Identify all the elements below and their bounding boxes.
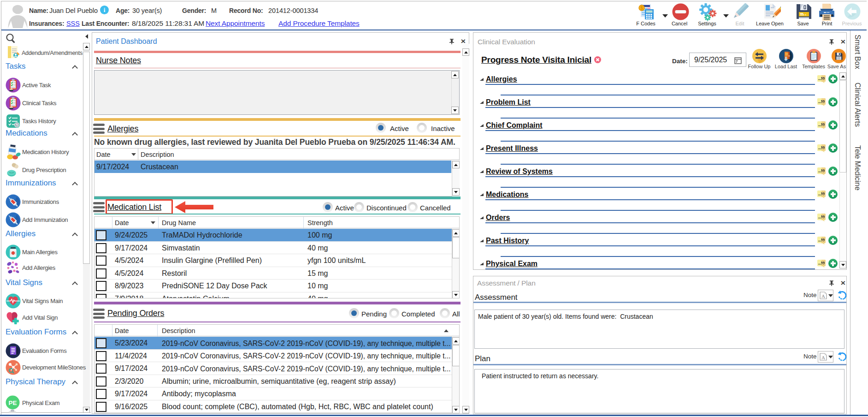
svg-text:PE: PE [8, 399, 17, 406]
svg-text:A: A [821, 355, 825, 360]
svg-text:A: A [821, 293, 825, 299]
svg-text:$: $ [640, 6, 643, 11]
